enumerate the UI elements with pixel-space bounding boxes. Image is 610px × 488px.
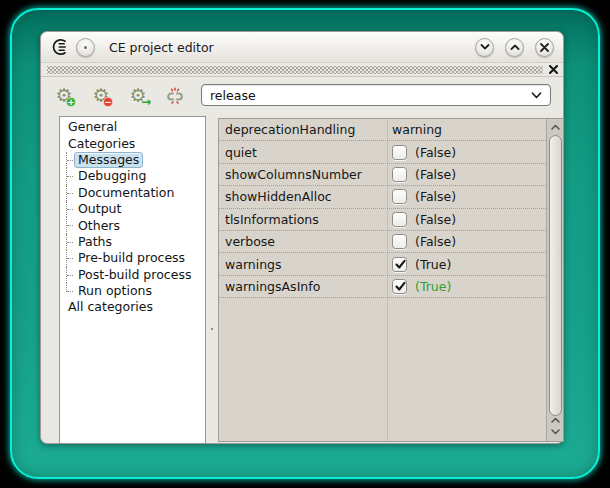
property-value: (True) (415, 257, 451, 272)
configuration-select-value: release (210, 88, 531, 103)
minus-badge: − (103, 97, 113, 107)
sidebar-item-categories[interactable]: Categories (60, 135, 205, 151)
sidebar-item-label: Output (74, 201, 125, 217)
property-value: (False) (415, 145, 456, 160)
property-row-quiet[interactable]: quiet (False) (219, 141, 546, 163)
property-value-cell: (False) (387, 189, 546, 204)
chevron-up-icon (551, 124, 560, 130)
close-button[interactable] (535, 38, 554, 57)
sidebar-item-messages[interactable]: Messages (60, 152, 205, 168)
sidebar-item-paths[interactable]: Paths (60, 234, 205, 250)
property-value-cell: (False) (387, 234, 546, 249)
plus-badge: + (66, 97, 76, 107)
property-value-cell: (False) (387, 167, 546, 182)
property-name: warningsAsInfo (219, 279, 387, 294)
sidebar-item-run-options[interactable]: Run options (60, 283, 205, 299)
close-icon (549, 65, 558, 74)
scrollbar-thumb[interactable] (549, 135, 562, 416)
checkbox[interactable] (392, 189, 407, 204)
close-icon (540, 43, 549, 52)
sidebar-item-label: Messages (74, 152, 143, 168)
sidebar-item-label: Debugging (74, 168, 150, 184)
property-row-showColumnsNumber[interactable]: showColumnsNumber (False) (219, 164, 546, 186)
sidebar-item-label: All categories (64, 299, 157, 315)
checkmark-icon (394, 280, 407, 293)
titlebar[interactable]: CE project editor (41, 32, 563, 63)
add-configuration-button[interactable]: ⚙ + (53, 84, 75, 106)
property-name: tlsInformations (219, 212, 387, 227)
property-row-verbose[interactable]: verbose (False) (219, 231, 546, 253)
chevron-down-icon (480, 44, 490, 50)
property-rows: deprecationHandling warning quiet (False… (219, 119, 546, 298)
scroll-down-button[interactable] (547, 426, 563, 438)
copy-configuration-button[interactable]: ⚙ → (127, 84, 149, 106)
property-value-cell: (False) (387, 145, 546, 160)
vertical-scrollbar[interactable] (546, 119, 563, 441)
toolbar-close-button[interactable] (546, 64, 560, 76)
property-row-deprecationHandling[interactable]: deprecationHandling warning (219, 119, 546, 141)
chevron-down-icon (551, 429, 560, 435)
ce-logo-icon (50, 37, 70, 57)
sidebar-item-general[interactable]: General (60, 119, 205, 135)
sidebar-item-label: Others (74, 218, 124, 234)
property-name: verbose (219, 234, 387, 249)
maximize-button[interactable] (505, 38, 524, 57)
sidebar-item-others[interactable]: Others (60, 217, 205, 233)
property-value: (False) (415, 212, 456, 227)
checkbox[interactable] (392, 167, 407, 182)
checkbox[interactable] (392, 234, 407, 249)
broken-link-icon (165, 85, 185, 105)
dot-icon (84, 46, 87, 49)
scroll-up-button-bottom[interactable] (547, 414, 563, 426)
checkbox[interactable] (392, 279, 407, 294)
property-value-cell: warning (387, 122, 546, 137)
property-row-showHiddenAlloc[interactable]: showHiddenAlloc (False) (219, 186, 546, 208)
chevron-up-icon (510, 44, 520, 50)
unlink-configuration-button[interactable] (164, 84, 186, 106)
sidebar-item-post-build-process[interactable]: Post-build process (60, 267, 205, 283)
arrow-badge: → (140, 97, 152, 108)
sidebar-item-label: General (64, 119, 121, 135)
checkbox[interactable] (392, 212, 407, 227)
property-value: (False) (415, 167, 456, 182)
property-value-cell: (True) (387, 279, 546, 294)
sidebar-item-all-categories[interactable]: All categories (60, 299, 205, 315)
properties-panel: deprecationHandling warning quiet (False… (218, 118, 564, 442)
property-name: quiet (219, 145, 387, 160)
property-row-warnings[interactable]: warnings (True) (219, 253, 546, 275)
chevron-down-icon (531, 92, 542, 99)
property-value: (False) (415, 189, 456, 204)
minimize-button[interactable] (475, 38, 494, 57)
property-value: (True) (415, 279, 451, 294)
window-title: CE project editor (109, 40, 469, 55)
toolbar-handle[interactable] (47, 66, 543, 74)
ce-project-editor-window: CE project editor ⚙ + ⚙ − (40, 31, 564, 444)
sidebar-tree: General Categories Messages Debugging Do… (59, 116, 206, 444)
toolbar: ⚙ + ⚙ − ⚙ → release (41, 77, 563, 113)
property-value-cell: (False) (387, 212, 546, 227)
property-value-cell: (True) (387, 257, 546, 272)
property-row-tlsInformations[interactable]: tlsInformations (False) (219, 209, 546, 231)
property-value: warning (392, 122, 442, 137)
sidebar-item-documentation[interactable]: Documentation (60, 185, 205, 201)
property-row-warningsAsInfo[interactable]: warningsAsInfo (True) (219, 276, 546, 298)
splitter-handle[interactable] (207, 116, 217, 444)
scroll-up-button[interactable] (547, 120, 563, 134)
sidebar-item-output[interactable]: Output (60, 201, 205, 217)
sticky-button[interactable] (76, 38, 95, 57)
checkbox[interactable] (392, 145, 407, 160)
property-name: warnings (219, 257, 387, 272)
sidebar-item-label: Post-build process (74, 267, 195, 283)
sidebar-item-label: Paths (74, 234, 116, 250)
configuration-select[interactable]: release (201, 84, 551, 106)
sidebar-item-label: Documentation (74, 185, 178, 201)
remove-configuration-button[interactable]: ⚙ − (90, 84, 112, 106)
property-name: deprecationHandling (219, 122, 387, 137)
checkbox[interactable] (392, 257, 407, 272)
sidebar-item-label: Pre-build process (74, 250, 189, 266)
sidebar-item-label: Run options (74, 283, 156, 299)
sidebar-item-debugging[interactable]: Debugging (60, 168, 205, 184)
toolbar-dock-titlebar[interactable] (41, 63, 563, 77)
property-name: showHiddenAlloc (219, 189, 387, 204)
sidebar-item-pre-build-process[interactable]: Pre-build process (60, 250, 205, 266)
